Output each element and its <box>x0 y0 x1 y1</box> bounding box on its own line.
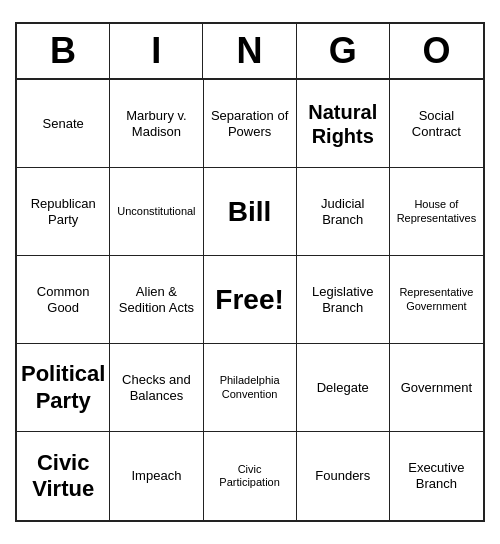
bingo-cell: Free! <box>204 256 297 344</box>
bingo-cell: Founders <box>297 432 390 520</box>
bingo-cell: House of Representatives <box>390 168 483 256</box>
bingo-cell: Checks and Balances <box>110 344 203 432</box>
bingo-cell: Alien & Sedition Acts <box>110 256 203 344</box>
bingo-cell: Natural Rights <box>297 80 390 168</box>
header-letter: N <box>203 24 296 78</box>
bingo-header: BINGO <box>17 24 483 80</box>
bingo-cell: Separation of Powers <box>204 80 297 168</box>
header-letter: I <box>110 24 203 78</box>
bingo-cell: Marbury v. Madison <box>110 80 203 168</box>
bingo-cell: Delegate <box>297 344 390 432</box>
bingo-cell: Impeach <box>110 432 203 520</box>
bingo-cell: Judicial Branch <box>297 168 390 256</box>
bingo-cell: Executive Branch <box>390 432 483 520</box>
bingo-cell: Civic Virtue <box>17 432 110 520</box>
bingo-cell: Civic Participation <box>204 432 297 520</box>
header-letter: O <box>390 24 483 78</box>
bingo-cell: Political Party <box>17 344 110 432</box>
bingo-cell: Social Contract <box>390 80 483 168</box>
bingo-card: BINGO SenateMarbury v. MadisonSeparation… <box>15 22 485 522</box>
bingo-grid: SenateMarbury v. MadisonSeparation of Po… <box>17 80 483 520</box>
bingo-cell: Government <box>390 344 483 432</box>
bingo-cell: Common Good <box>17 256 110 344</box>
bingo-cell: Republican Party <box>17 168 110 256</box>
bingo-cell: Senate <box>17 80 110 168</box>
bingo-cell: Bill <box>204 168 297 256</box>
bingo-cell: Representative Government <box>390 256 483 344</box>
header-letter: B <box>17 24 110 78</box>
bingo-cell: Legislative Branch <box>297 256 390 344</box>
bingo-cell: Philadelphia Convention <box>204 344 297 432</box>
header-letter: G <box>297 24 390 78</box>
bingo-cell: Unconstitutional <box>110 168 203 256</box>
